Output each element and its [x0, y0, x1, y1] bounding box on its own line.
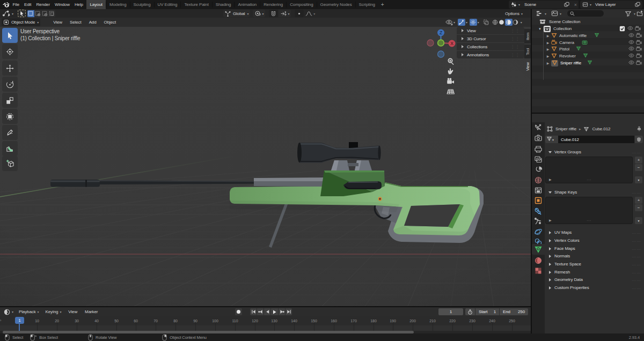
svg-text:Z: Z — [440, 30, 442, 35]
svg-text:X: X — [450, 41, 453, 46]
